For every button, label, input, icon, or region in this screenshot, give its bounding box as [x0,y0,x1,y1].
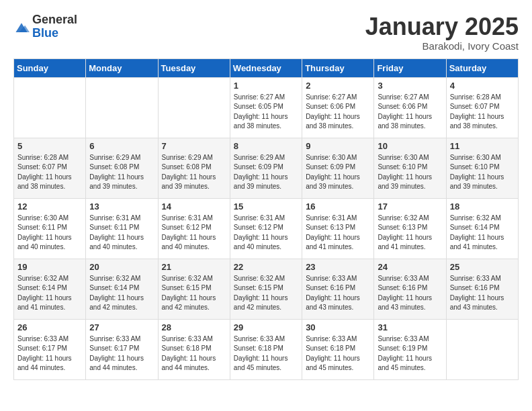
calendar-cell: 27Sunrise: 6:33 AM Sunset: 6:17 PM Dayli… [86,319,158,379]
day-info: Sunrise: 6:32 AM Sunset: 6:15 PM Dayligh… [234,274,298,313]
day-info: Sunrise: 6:32 AM Sunset: 6:14 PM Dayligh… [450,214,515,253]
weekday-tuesday: Tuesday [158,58,230,77]
day-number: 29 [234,322,298,332]
day-info: Sunrise: 6:27 AM Sunset: 6:06 PM Dayligh… [378,93,442,132]
day-info: Sunrise: 6:27 AM Sunset: 6:06 PM Dayligh… [306,93,370,132]
logo: General Blue [13,13,77,40]
day-info: Sunrise: 6:27 AM Sunset: 6:05 PM Dayligh… [234,93,298,132]
logo-blue-text: Blue [32,26,58,40]
day-number: 19 [17,262,82,272]
day-info: Sunrise: 6:30 AM Sunset: 6:10 PM Dayligh… [450,153,515,192]
calendar-cell [446,319,518,379]
logo-general-text: General [32,13,77,26]
day-number: 21 [162,262,226,272]
calendar-body: 1Sunrise: 6:27 AM Sunset: 6:05 PM Daylig… [14,77,519,379]
calendar-week-4: 19Sunrise: 6:32 AM Sunset: 6:14 PM Dayli… [14,259,519,319]
day-number: 3 [378,81,442,91]
day-number: 11 [450,141,515,151]
calendar-week-5: 26Sunrise: 6:33 AM Sunset: 6:17 PM Dayli… [14,319,519,379]
day-info: Sunrise: 6:31 AM Sunset: 6:13 PM Dayligh… [306,214,370,253]
page-header: General Blue January 2025 Barakodi, Ivor… [13,13,519,52]
calendar-cell: 30Sunrise: 6:33 AM Sunset: 6:18 PM Dayli… [302,319,374,379]
calendar-cell: 13Sunrise: 6:31 AM Sunset: 6:11 PM Dayli… [86,198,158,259]
day-info: Sunrise: 6:33 AM Sunset: 6:19 PM Dayligh… [378,334,442,373]
day-number: 25 [450,262,515,272]
calendar-cell: 2Sunrise: 6:27 AM Sunset: 6:06 PM Daylig… [302,77,374,138]
calendar-cell: 26Sunrise: 6:33 AM Sunset: 6:17 PM Dayli… [14,319,86,379]
weekday-header-row: SundayMondayTuesdayWednesdayThursdayFrid… [14,58,519,77]
calendar-cell [86,77,158,138]
day-number: 4 [450,81,515,91]
day-number: 28 [162,322,226,332]
calendar-cell: 14Sunrise: 6:31 AM Sunset: 6:12 PM Dayli… [158,198,230,259]
logo-icon [13,21,30,35]
day-info: Sunrise: 6:33 AM Sunset: 6:17 PM Dayligh… [89,334,154,373]
day-info: Sunrise: 6:33 AM Sunset: 6:18 PM Dayligh… [234,334,298,373]
day-number: 16 [306,201,370,212]
day-info: Sunrise: 6:30 AM Sunset: 6:10 PM Dayligh… [378,153,442,192]
day-info: Sunrise: 6:29 AM Sunset: 6:08 PM Dayligh… [162,153,226,192]
day-number: 22 [234,262,298,272]
day-info: Sunrise: 6:29 AM Sunset: 6:08 PM Dayligh… [89,153,154,192]
calendar-cell: 5Sunrise: 6:28 AM Sunset: 6:07 PM Daylig… [14,138,86,198]
calendar-cell [14,77,86,138]
calendar-cell: 24Sunrise: 6:33 AM Sunset: 6:16 PM Dayli… [374,259,446,319]
calendar-cell: 23Sunrise: 6:33 AM Sunset: 6:16 PM Dayli… [302,259,374,319]
day-info: Sunrise: 6:28 AM Sunset: 6:07 PM Dayligh… [17,153,82,192]
day-info: Sunrise: 6:30 AM Sunset: 6:09 PM Dayligh… [306,153,370,192]
calendar-cell: 9Sunrise: 6:30 AM Sunset: 6:09 PM Daylig… [302,138,374,198]
day-number: 24 [378,262,442,272]
day-number: 13 [89,201,154,212]
day-info: Sunrise: 6:33 AM Sunset: 6:16 PM Dayligh… [306,274,370,313]
day-number: 31 [378,322,442,332]
calendar-cell: 4Sunrise: 6:28 AM Sunset: 6:07 PM Daylig… [446,77,518,138]
calendar-cell: 21Sunrise: 6:32 AM Sunset: 6:15 PM Dayli… [158,259,230,319]
weekday-sunday: Sunday [14,58,86,77]
calendar-cell: 20Sunrise: 6:32 AM Sunset: 6:14 PM Dayli… [86,259,158,319]
day-number: 5 [17,141,82,151]
day-info: Sunrise: 6:33 AM Sunset: 6:18 PM Dayligh… [306,334,370,373]
day-info: Sunrise: 6:31 AM Sunset: 6:12 PM Dayligh… [234,214,298,253]
day-info: Sunrise: 6:33 AM Sunset: 6:17 PM Dayligh… [17,334,82,373]
calendar-cell: 25Sunrise: 6:33 AM Sunset: 6:16 PM Dayli… [446,259,518,319]
day-number: 15 [234,201,298,212]
weekday-monday: Monday [86,58,158,77]
calendar-cell: 31Sunrise: 6:33 AM Sunset: 6:19 PM Dayli… [374,319,446,379]
day-info: Sunrise: 6:31 AM Sunset: 6:11 PM Dayligh… [89,214,154,253]
day-info: Sunrise: 6:29 AM Sunset: 6:09 PM Dayligh… [234,153,298,192]
calendar-cell: 19Sunrise: 6:32 AM Sunset: 6:14 PM Dayli… [14,259,86,319]
day-info: Sunrise: 6:31 AM Sunset: 6:12 PM Dayligh… [162,214,226,253]
day-info: Sunrise: 6:32 AM Sunset: 6:13 PM Dayligh… [378,214,442,253]
day-info: Sunrise: 6:32 AM Sunset: 6:14 PM Dayligh… [89,274,154,313]
weekday-wednesday: Wednesday [230,58,302,77]
calendar-cell: 11Sunrise: 6:30 AM Sunset: 6:10 PM Dayli… [446,138,518,198]
calendar-cell: 12Sunrise: 6:30 AM Sunset: 6:11 PM Dayli… [14,198,86,259]
day-number: 23 [306,262,370,272]
calendar-cell: 22Sunrise: 6:32 AM Sunset: 6:15 PM Dayli… [230,259,302,319]
day-info: Sunrise: 6:33 AM Sunset: 6:16 PM Dayligh… [450,274,515,313]
calendar-cell: 3Sunrise: 6:27 AM Sunset: 6:06 PM Daylig… [374,77,446,138]
day-number: 8 [234,141,298,151]
weekday-thursday: Thursday [302,58,374,77]
day-number: 9 [306,141,370,151]
calendar-week-3: 12Sunrise: 6:30 AM Sunset: 6:11 PM Dayli… [14,198,519,259]
day-number: 17 [378,201,442,212]
day-number: 18 [450,201,515,212]
calendar-table: SundayMondayTuesdayWednesdayThursdayFrid… [13,58,519,380]
calendar-week-1: 1Sunrise: 6:27 AM Sunset: 6:05 PM Daylig… [14,77,519,138]
calendar-cell: 10Sunrise: 6:30 AM Sunset: 6:10 PM Dayli… [374,138,446,198]
calendar-cell: 17Sunrise: 6:32 AM Sunset: 6:13 PM Dayli… [374,198,446,259]
calendar-cell: 18Sunrise: 6:32 AM Sunset: 6:14 PM Dayli… [446,198,518,259]
weekday-friday: Friday [374,58,446,77]
day-number: 27 [89,322,154,332]
calendar-cell: 7Sunrise: 6:29 AM Sunset: 6:08 PM Daylig… [158,138,230,198]
day-info: Sunrise: 6:30 AM Sunset: 6:11 PM Dayligh… [17,214,82,253]
day-number: 14 [162,201,226,212]
calendar-cell [158,77,230,138]
calendar-week-2: 5Sunrise: 6:28 AM Sunset: 6:07 PM Daylig… [14,138,519,198]
day-number: 1 [234,81,298,91]
day-number: 12 [17,201,82,212]
weekday-saturday: Saturday [446,58,518,77]
day-info: Sunrise: 6:33 AM Sunset: 6:18 PM Dayligh… [162,334,226,373]
calendar-cell: 6Sunrise: 6:29 AM Sunset: 6:08 PM Daylig… [86,138,158,198]
